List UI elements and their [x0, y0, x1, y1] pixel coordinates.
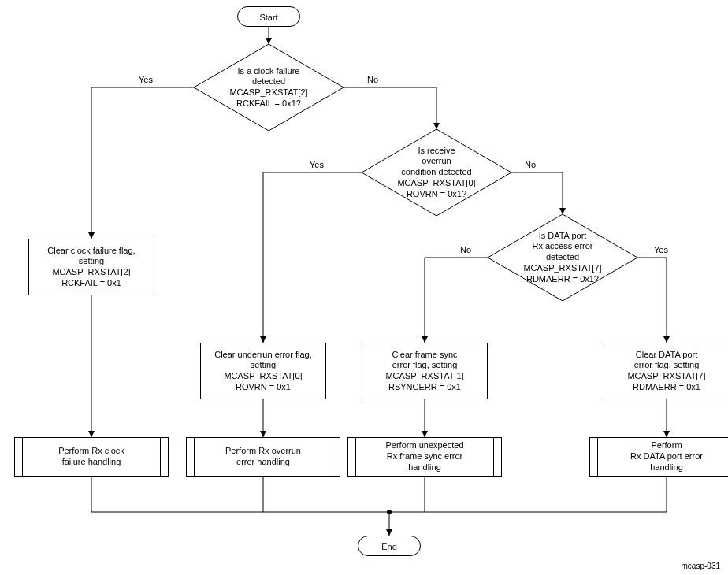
procA-line1: Clear clock failure flag,	[47, 246, 135, 257]
subprocess-rx-clock-failure: Perform Rx clock failure handling	[14, 437, 169, 477]
proc2-line3: MCASP_RXSTAT[1]	[385, 371, 463, 382]
dec1-no-label: No	[367, 76, 378, 84]
dec2-yes-label: Yes	[310, 161, 324, 169]
dec3-yes-label: Yes	[654, 246, 668, 254]
proc2-line2: error flag, setting	[385, 360, 463, 371]
dec2-line4: MCASP_RXSTAT[0]	[397, 178, 475, 189]
dec2-line2: overrun	[397, 156, 475, 167]
sub2-line1: Perform unexpected	[385, 440, 463, 451]
end-label: End	[381, 542, 397, 551]
sub2-line3: handling	[385, 462, 463, 473]
dec3-line4: MCASP_RXSTAT[7]	[523, 263, 601, 274]
sub3-line1: Perform	[630, 440, 703, 451]
proc3-line2: error flag, setting	[627, 360, 705, 371]
procA-line2: setting	[47, 256, 135, 267]
dec2-line5: ROVRN = 0x1?	[397, 189, 475, 200]
process-clear-underrun: Clear underrun error flag, setting MCASP…	[200, 343, 326, 399]
subprocess-rx-overrun: Perform Rx overrun error handling	[186, 437, 340, 477]
subprocess-rx-data-port: Perform Rx DATA port error handling	[589, 437, 728, 477]
subprocess-rx-frame-sync: Perform unexpected Rx frame sync error h…	[347, 437, 502, 477]
proc1-line1: Clear underrun error flag,	[214, 350, 312, 361]
dec3-no-label: No	[460, 246, 471, 254]
svg-point-11	[387, 510, 392, 514]
proc3-line1: Clear DATA port	[627, 350, 705, 361]
proc1-line4: ROVRN = 0x1	[214, 382, 312, 393]
dec3-line3: detected	[523, 252, 601, 263]
dec1-line4: RCKFAIL = 0x1?	[229, 98, 307, 109]
dec1-line3: MCASP_RXSTAT[2]	[229, 87, 307, 98]
proc3-line3: MCASP_RXSTAT[7]	[627, 371, 705, 382]
proc2-line4: RSYNCERR = 0x1	[385, 382, 463, 393]
dec1-line2: detected	[229, 76, 307, 87]
decision-data-port-error: Is DATA port Rx access error detected MC…	[488, 214, 637, 301]
end-terminal: End	[358, 536, 421, 556]
proc3-line4: RDMAERR = 0x1	[627, 382, 705, 393]
subA-line2: failure handling	[58, 457, 124, 468]
proc2-line1: Clear frame sync	[385, 350, 463, 361]
dec1-yes-label: Yes	[139, 76, 153, 84]
sub1-line1: Perform Rx overrun	[225, 446, 301, 457]
dec1-line1: Is a clock failure	[229, 66, 307, 77]
sub2-line2: Rx frame sync error	[385, 451, 463, 462]
procA-line4: RCKFAIL = 0x1	[47, 278, 135, 289]
dec3-line2: Rx access error	[523, 241, 601, 252]
sub3-line3: handling	[630, 462, 703, 473]
dec2-line3: condition detected	[397, 167, 475, 178]
decision-receive-overrun: Is receive overrun condition detected MC…	[362, 129, 511, 216]
proc1-line2: setting	[214, 360, 312, 371]
dec2-line1: Is receive	[397, 146, 475, 157]
sub3-line2: Rx DATA port error	[630, 451, 703, 462]
procA-line3: MCASP_RXSTAT[2]	[47, 267, 135, 278]
start-terminal: Start	[237, 6, 300, 27]
dec3-line5: RDMAERR = 0x1?	[523, 274, 601, 285]
subA-line1: Perform Rx clock	[58, 446, 124, 457]
process-clear-clock-failure: Clear clock failure flag, setting MCASP_…	[28, 239, 154, 295]
dec3-line1: Is DATA port	[523, 231, 601, 242]
sub1-line2: error handling	[225, 457, 301, 468]
figure-id: mcasp-031	[682, 562, 720, 570]
process-clear-data-port: Clear DATA port error flag, setting MCAS…	[604, 343, 728, 399]
dec2-no-label: No	[525, 161, 536, 169]
proc1-line3: MCASP_RXSTAT[0]	[214, 371, 312, 382]
process-clear-frame-sync: Clear frame sync error flag, setting MCA…	[362, 343, 488, 399]
decision-clock-failure: Is a clock failure detected MCASP_RXSTAT…	[194, 44, 344, 131]
start-label: Start	[259, 13, 277, 22]
